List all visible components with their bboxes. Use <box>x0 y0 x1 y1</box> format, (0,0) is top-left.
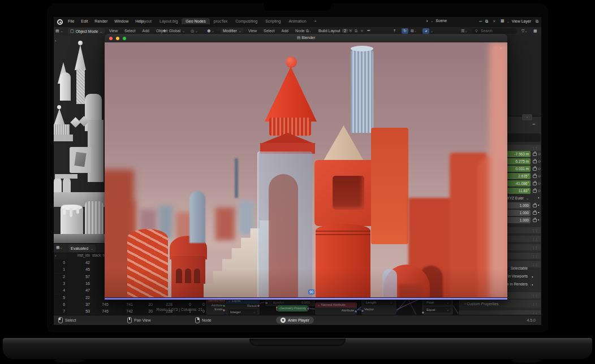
node-geometry-proximity[interactable]: › Geometry Proximity <box>276 305 309 311</box>
node-named-attribute[interactable]: ⌄ Named Attribute Attribute <box>315 302 357 315</box>
laptop-screen: FileEditRenderWindowHelp LayoutLayout.bi… <box>47 3 548 332</box>
custom-properties-panel[interactable]: › Custom Properties ⋮⋮ <box>459 300 541 307</box>
scene-new-icon[interactable]: ⧉ <box>485 19 488 24</box>
column-header-inst-idx[interactable]: inst_idx <box>68 253 90 257</box>
tab--[interactable]: + <box>311 18 321 24</box>
object-mode-icon: ▢ <box>70 29 74 33</box>
keyframe-diamond-icon[interactable]: ◇ <box>538 189 541 192</box>
view-layer-selector[interactable]: ▩⌄ View Layer <box>501 19 531 23</box>
animate-dot-icon[interactable]: • <box>538 197 539 199</box>
render-window-titlebar[interactable]: ▤ Blender <box>105 34 507 42</box>
statusbar: Select Pan View Node ✕ Anim Player 4.5.0 <box>54 315 541 325</box>
node-menu-add[interactable]: Add <box>282 29 288 33</box>
view-collapse-chevron[interactable]: ⌄ <box>499 45 503 50</box>
lock-icon[interactable] <box>533 167 537 171</box>
node-named-attribute-left[interactable]: Named Attribute Attribute Exists <box>206 298 225 315</box>
lock-icon[interactable] <box>533 189 537 193</box>
node-menu-select[interactable]: Select <box>264 29 274 33</box>
lock-icon[interactable] <box>533 175 537 178</box>
spreadsheet-editor-type-icon[interactable]: ▦⌄ <box>56 245 63 250</box>
shield-icon[interactable]: ⛨ <box>349 29 352 33</box>
duplicate-icon[interactable]: ⧉ <box>355 29 357 33</box>
node-editor-type-icon[interactable]: ⬢ ⌄ <box>207 29 214 33</box>
lock-icon[interactable] <box>533 211 537 215</box>
animate-dot-icon[interactable]: • <box>538 219 539 221</box>
blender-render-window[interactable]: ▤ Blender <box>105 34 507 300</box>
menu-render[interactable]: Render <box>94 19 107 23</box>
tab-layout[interactable]: Layout <box>136 18 156 24</box>
overlay-chevron[interactable]: ⌄ <box>430 29 433 33</box>
filter-funnel-icon[interactable]: ▽⌄ <box>521 29 527 33</box>
tab-geo-nodes[interactable]: Geo Nodes <box>182 18 209 24</box>
menu-window[interactable]: Window <box>114 19 128 23</box>
animate-dot-icon[interactable]: • <box>538 211 539 214</box>
properties-dropdown-button[interactable]: ⌄ <box>522 114 532 120</box>
snap-toggle-icon[interactable]: ↻ <box>402 28 408 34</box>
lock-icon[interactable] <box>533 160 537 163</box>
keyframe-diamond-icon[interactable]: ◇ <box>538 174 541 177</box>
viewport-menu-add[interactable]: Add <box>143 29 149 33</box>
keyframe-diamond-icon[interactable]: ◇ <box>538 159 541 163</box>
view-layer-name[interactable]: View Layer <box>512 19 532 23</box>
stop-icon: ✕ <box>281 318 286 323</box>
new-collection-icon[interactable]: ▦ <box>533 29 537 33</box>
anim-player-button[interactable]: ✕ Anim Player <box>276 317 314 324</box>
keyframe-diamond-icon[interactable]: ◇ <box>538 152 541 155</box>
lock-icon[interactable] <box>533 219 537 222</box>
node-vector-length[interactable]: Length⌄ Vector <box>361 298 396 315</box>
tree-type-dropdown[interactable]: Modifier⌄ <box>221 28 244 33</box>
keyframe-diamond-icon[interactable]: ◇ <box>538 181 541 185</box>
unlink-icon[interactable]: ✕ <box>360 29 364 33</box>
mode-dropdown[interactable]: ▢ Object Mode⌄ <box>68 28 105 34</box>
outliner-search-input[interactable]: ⚲ Search <box>472 28 518 34</box>
keymap-select: Select <box>58 317 76 323</box>
scene-selector[interactable]: ◗⌄ Scene <box>426 19 447 23</box>
properties-pin-icon[interactable]: ➻ <box>532 122 536 127</box>
tab-animation[interactable]: Animation <box>284 18 310 24</box>
snap-mode-icon[interactable]: ⊞⌄ <box>411 29 417 33</box>
tab-compositing[interactable]: Compositing <box>231 18 261 24</box>
pin-icon[interactable]: ➻ <box>367 28 370 33</box>
viewport-menu-select[interactable]: Select <box>124 29 135 33</box>
menu-file[interactable]: File <box>68 19 74 23</box>
sidebar-toggle-icon[interactable]: › <box>55 254 56 258</box>
search-icon: ⚲ <box>475 29 478 33</box>
length-dropdown[interactable]: Length⌄ <box>364 300 394 305</box>
dataset-dropdown[interactable]: Evaluated⌄ <box>68 245 96 252</box>
scene-name[interactable]: Scene <box>436 19 447 23</box>
tab-proctex[interactable]: procTex <box>210 18 232 24</box>
lock-icon[interactable] <box>533 204 537 207</box>
compare-op-dropdown[interactable]: Equal⌄ <box>424 307 451 313</box>
scene-pin-icon[interactable]: ➻ <box>479 19 482 24</box>
compare-type-dropdown[interactable]: Float⌄ <box>424 300 451 305</box>
scene-icon: ◗ <box>426 19 428 23</box>
viewport-editor-type-icon[interactable]: ▤ ⌄ <box>55 29 63 33</box>
node-menu-node[interactable]: Node <box>295 29 305 33</box>
menu-edit[interactable]: Edit <box>81 19 88 23</box>
version-label: 4.5.0 <box>527 318 536 322</box>
node-group-name[interactable]: Build Layout <box>318 29 340 33</box>
lock-icon[interactable] <box>533 182 537 185</box>
parent-tree-icon[interactable]: ⤒ <box>394 29 395 33</box>
node-group-users-badge[interactable]: 2 <box>342 29 348 33</box>
animate-dot-icon[interactable]: • <box>538 204 539 206</box>
lock-icon[interactable] <box>533 153 537 156</box>
equal-type-dropdown[interactable]: Integer⌄ <box>228 309 257 315</box>
tab-scripting[interactable]: Scripting <box>261 18 284 24</box>
laptop-base <box>3 338 592 359</box>
node-group-browse-icon[interactable]: ⧉⌄ <box>306 29 312 33</box>
tab-layout-big[interactable]: Layout.big <box>156 18 182 24</box>
spreadsheet-row[interactable]: 6 377457412022800 <box>54 301 205 308</box>
view-layer-new-icon[interactable]: ⧉ <box>536 19 538 24</box>
scene-unlink-icon[interactable]: ✕ <box>493 19 496 24</box>
node-menu-view[interactable]: View <box>248 29 257 33</box>
overlay-sphere-icon[interactable]: ◕ <box>422 28 429 34</box>
pivot-point-icon[interactable]: ◎ ⌄ <box>191 29 198 33</box>
current-frame-badge[interactable]: 90 <box>308 289 314 294</box>
node-equal[interactable]: ⌄ Equal Result Integer⌄ <box>226 298 260 315</box>
viewport-menu-view[interactable]: View <box>109 29 118 33</box>
animation-scrubber[interactable] <box>105 297 507 300</box>
orientation-dropdown[interactable]: ✚ Global⌄ <box>163 29 185 33</box>
outliner-display-mode-icon[interactable]: ☰⌄ <box>461 29 467 33</box>
keyframe-diamond-icon[interactable]: ◇ <box>538 167 541 170</box>
